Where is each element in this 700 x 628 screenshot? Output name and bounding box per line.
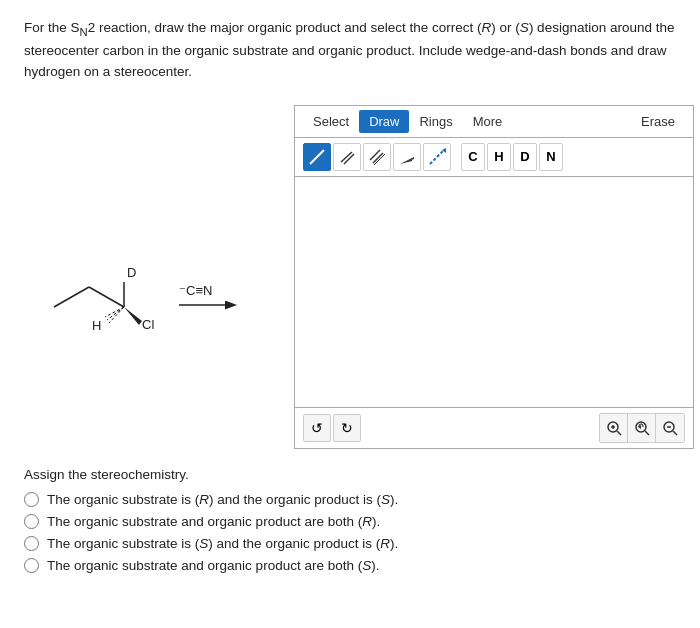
svg-line-4 <box>109 307 124 323</box>
svg-line-5 <box>107 307 124 320</box>
tab-rings[interactable]: Rings <box>409 110 462 133</box>
radio-opt4[interactable] <box>24 558 39 573</box>
triple-bond-button[interactable] <box>363 143 391 171</box>
svg-line-12 <box>310 150 324 164</box>
atom-n-button[interactable]: N <box>539 143 563 171</box>
radio-label-3[interactable]: The organic substrate is (S) and the org… <box>47 536 398 551</box>
svg-text:D: D <box>127 265 136 280</box>
tab-more[interactable]: More <box>463 110 513 133</box>
atom-d-button[interactable]: D <box>513 143 537 171</box>
drawing-panel: Select Draw Rings More Erase <box>294 105 694 449</box>
tab-draw[interactable]: Draw <box>359 110 409 133</box>
zoom-tools <box>599 413 685 443</box>
zoom-reset-button[interactable] <box>628 414 656 442</box>
assign-section: Assign the stereochemistry. The organic … <box>24 467 676 573</box>
radio-label-1[interactable]: The organic substrate is (R) and the org… <box>47 492 398 507</box>
bottom-toolbar: ↺ ↻ <box>295 407 693 448</box>
radio-opt1[interactable] <box>24 492 39 507</box>
canvas-area[interactable] <box>295 177 693 407</box>
svg-line-20 <box>430 150 444 164</box>
toolbar: Select Draw Rings More Erase <box>295 106 693 138</box>
radio-option-2: The organic substrate and organic produc… <box>24 514 676 529</box>
svg-marker-8 <box>124 307 142 325</box>
tab-select[interactable]: Select <box>303 110 359 133</box>
double-bond-button[interactable] <box>333 143 361 171</box>
dash-bond-button[interactable] <box>423 143 451 171</box>
wedge-bond-button[interactable] <box>393 143 421 171</box>
atom-h-button[interactable]: H <box>487 143 511 171</box>
svg-text:⁻C≡N: ⁻C≡N <box>179 283 212 298</box>
radio-option-3: The organic substrate is (S) and the org… <box>24 536 676 551</box>
undo-redo-group: ↺ ↻ <box>303 414 361 442</box>
single-bond-button[interactable] <box>303 143 331 171</box>
main-content: D H Cl ⁻C≡N Select Draw <box>24 105 676 449</box>
svg-line-23 <box>617 431 621 435</box>
radio-opt3[interactable] <box>24 536 39 551</box>
question-text: For the SN2 reaction, draw the major org… <box>24 18 676 83</box>
radio-opt2[interactable] <box>24 514 39 529</box>
radio-option-1: The organic substrate is (R) and the org… <box>24 492 676 507</box>
svg-line-0 <box>54 287 89 307</box>
svg-line-6 <box>105 307 124 317</box>
radio-label-2[interactable]: The organic substrate and organic produc… <box>47 514 380 529</box>
svg-line-1 <box>89 287 124 307</box>
erase-button[interactable]: Erase <box>631 110 685 133</box>
assign-label: Assign the stereochemistry. <box>24 467 676 482</box>
svg-line-30 <box>673 431 677 435</box>
zoom-in-button[interactable] <box>600 414 628 442</box>
redo-button[interactable]: ↻ <box>333 414 361 442</box>
undo-button[interactable]: ↺ <box>303 414 331 442</box>
svg-line-27 <box>645 431 649 435</box>
atom-c-button[interactable]: C <box>461 143 485 171</box>
radio-option-4: The organic substrate and organic produc… <box>24 558 676 573</box>
molecule-area: D H Cl ⁻C≡N <box>24 105 294 449</box>
svg-text:Cl: Cl <box>142 317 154 332</box>
svg-text:H: H <box>92 318 101 333</box>
zoom-out-button[interactable] <box>656 414 684 442</box>
bond-tools: C H D N <box>295 138 693 177</box>
radio-label-4[interactable]: The organic substrate and organic produc… <box>47 558 379 573</box>
molecule-svg: D H Cl ⁻C≡N <box>34 227 274 357</box>
